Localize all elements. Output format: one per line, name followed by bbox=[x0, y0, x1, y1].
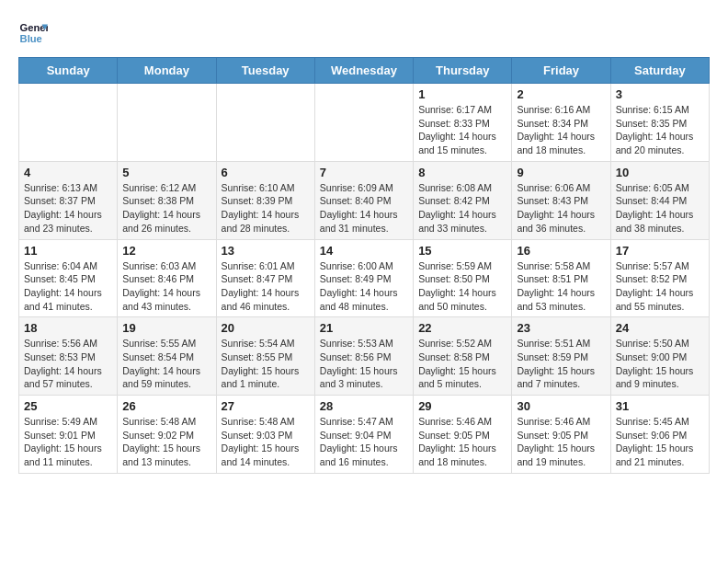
day-info: Sunrise: 6:04 AM Sunset: 8:45 PM Dayligh… bbox=[24, 259, 112, 314]
day-number: 31 bbox=[616, 399, 704, 413]
day-cell: 28Sunrise: 5:47 AM Sunset: 9:04 PM Dayli… bbox=[314, 396, 413, 474]
day-info: Sunrise: 6:00 AM Sunset: 8:49 PM Dayligh… bbox=[320, 259, 408, 314]
day-info: Sunrise: 6:10 AM Sunset: 8:39 PM Dayligh… bbox=[222, 181, 310, 236]
day-cell: 10Sunrise: 6:05 AM Sunset: 8:44 PM Dayli… bbox=[610, 161, 709, 239]
col-thursday: Thursday bbox=[414, 58, 512, 84]
day-cell: 25Sunrise: 5:49 AM Sunset: 9:01 PM Dayli… bbox=[19, 396, 118, 474]
day-info: Sunrise: 5:50 AM Sunset: 9:00 PM Dayligh… bbox=[616, 337, 704, 391]
day-cell: 19Sunrise: 5:55 AM Sunset: 8:54 PM Dayli… bbox=[118, 317, 216, 396]
day-info: Sunrise: 6:09 AM Sunset: 8:40 PM Dayligh… bbox=[320, 181, 408, 236]
day-cell: 8Sunrise: 6:08 AM Sunset: 8:42 PM Daylig… bbox=[414, 161, 512, 239]
day-number: 27 bbox=[222, 399, 310, 413]
day-number: 10 bbox=[616, 166, 704, 179]
day-number: 2 bbox=[517, 87, 605, 101]
day-number: 26 bbox=[122, 399, 210, 413]
day-number: 16 bbox=[517, 244, 605, 258]
day-number: 29 bbox=[418, 399, 506, 413]
calendar-header-row: Sunday Monday Tuesday Wednesday Thursday… bbox=[19, 58, 710, 84]
day-number: 22 bbox=[418, 321, 506, 335]
day-cell: 29Sunrise: 5:46 AM Sunset: 9:05 PM Dayli… bbox=[414, 396, 512, 474]
col-sunday: Sunday bbox=[19, 58, 118, 84]
day-cell: 22Sunrise: 5:52 AM Sunset: 8:58 PM Dayli… bbox=[414, 317, 512, 396]
day-number: 20 bbox=[222, 321, 310, 335]
day-number: 3 bbox=[616, 87, 704, 101]
day-info: Sunrise: 5:45 AM Sunset: 9:06 PM Dayligh… bbox=[616, 415, 704, 469]
day-number: 4 bbox=[24, 166, 112, 179]
day-number: 5 bbox=[122, 166, 210, 179]
day-cell: 21Sunrise: 5:53 AM Sunset: 8:56 PM Dayli… bbox=[314, 317, 413, 396]
day-info: Sunrise: 6:05 AM Sunset: 8:44 PM Dayligh… bbox=[616, 181, 704, 236]
col-tuesday: Tuesday bbox=[216, 58, 314, 84]
day-number: 6 bbox=[222, 166, 310, 179]
week-row-2: 4Sunrise: 6:13 AM Sunset: 8:37 PM Daylig… bbox=[19, 161, 710, 239]
day-cell: 31Sunrise: 5:45 AM Sunset: 9:06 PM Dayli… bbox=[610, 396, 709, 474]
col-wednesday: Wednesday bbox=[314, 58, 413, 84]
day-cell bbox=[216, 84, 314, 162]
day-number: 8 bbox=[418, 166, 506, 179]
day-cell: 27Sunrise: 5:48 AM Sunset: 9:03 PM Dayli… bbox=[216, 396, 314, 474]
day-info: Sunrise: 6:01 AM Sunset: 8:47 PM Dayligh… bbox=[222, 259, 310, 314]
day-info: Sunrise: 5:49 AM Sunset: 9:01 PM Dayligh… bbox=[24, 415, 112, 469]
day-cell: 26Sunrise: 5:48 AM Sunset: 9:02 PM Dayli… bbox=[118, 396, 216, 474]
day-info: Sunrise: 5:57 AM Sunset: 8:52 PM Dayligh… bbox=[616, 259, 704, 314]
logo: General Blue bbox=[18, 18, 48, 48]
day-info: Sunrise: 6:12 AM Sunset: 8:38 PM Dayligh… bbox=[122, 181, 210, 236]
day-info: Sunrise: 5:54 AM Sunset: 8:55 PM Dayligh… bbox=[222, 337, 310, 391]
day-info: Sunrise: 6:03 AM Sunset: 8:46 PM Dayligh… bbox=[122, 259, 210, 314]
day-number: 18 bbox=[24, 321, 112, 335]
day-number: 11 bbox=[24, 244, 112, 258]
day-cell: 13Sunrise: 6:01 AM Sunset: 8:47 PM Dayli… bbox=[216, 239, 314, 317]
day-cell: 18Sunrise: 5:56 AM Sunset: 8:53 PM Dayli… bbox=[19, 317, 118, 396]
svg-text:Blue: Blue bbox=[20, 33, 42, 44]
day-info: Sunrise: 6:16 AM Sunset: 8:34 PM Dayligh… bbox=[517, 103, 605, 157]
day-cell: 1Sunrise: 6:17 AM Sunset: 8:33 PM Daylig… bbox=[414, 84, 512, 162]
day-info: Sunrise: 6:13 AM Sunset: 8:37 PM Dayligh… bbox=[24, 181, 112, 236]
day-cell: 15Sunrise: 5:59 AM Sunset: 8:50 PM Dayli… bbox=[414, 239, 512, 317]
day-cell: 16Sunrise: 5:58 AM Sunset: 8:51 PM Dayli… bbox=[512, 239, 610, 317]
day-number: 24 bbox=[616, 321, 704, 335]
day-info: Sunrise: 5:56 AM Sunset: 8:53 PM Dayligh… bbox=[24, 337, 112, 391]
day-number: 7 bbox=[320, 166, 408, 179]
day-cell: 23Sunrise: 5:51 AM Sunset: 8:59 PM Dayli… bbox=[512, 317, 610, 396]
calendar-table: Sunday Monday Tuesday Wednesday Thursday… bbox=[18, 57, 710, 474]
day-number: 25 bbox=[24, 399, 112, 413]
day-number: 13 bbox=[222, 244, 310, 258]
day-info: Sunrise: 5:53 AM Sunset: 8:56 PM Dayligh… bbox=[320, 337, 408, 391]
col-saturday: Saturday bbox=[610, 58, 709, 84]
day-info: Sunrise: 6:06 AM Sunset: 8:43 PM Dayligh… bbox=[517, 181, 605, 236]
day-cell bbox=[118, 84, 216, 162]
day-cell: 5Sunrise: 6:12 AM Sunset: 8:38 PM Daylig… bbox=[118, 161, 216, 239]
day-number: 15 bbox=[418, 244, 506, 258]
day-number: 28 bbox=[320, 399, 408, 413]
day-info: Sunrise: 6:15 AM Sunset: 8:35 PM Dayligh… bbox=[616, 103, 704, 157]
day-cell: 14Sunrise: 6:00 AM Sunset: 8:49 PM Dayli… bbox=[314, 239, 413, 317]
col-monday: Monday bbox=[118, 58, 216, 84]
day-number: 19 bbox=[122, 321, 210, 335]
day-number: 21 bbox=[320, 321, 408, 335]
svg-text:General: General bbox=[20, 22, 48, 33]
day-cell: 30Sunrise: 5:46 AM Sunset: 9:05 PM Dayli… bbox=[512, 396, 610, 474]
day-cell: 17Sunrise: 5:57 AM Sunset: 8:52 PM Dayli… bbox=[610, 239, 709, 317]
day-info: Sunrise: 5:48 AM Sunset: 9:02 PM Dayligh… bbox=[122, 415, 210, 469]
day-number: 30 bbox=[517, 399, 605, 413]
day-info: Sunrise: 5:47 AM Sunset: 9:04 PM Dayligh… bbox=[320, 415, 408, 469]
day-info: Sunrise: 5:59 AM Sunset: 8:50 PM Dayligh… bbox=[418, 259, 506, 314]
week-row-3: 11Sunrise: 6:04 AM Sunset: 8:45 PM Dayli… bbox=[19, 239, 710, 317]
day-number: 1 bbox=[418, 87, 506, 101]
page-header: General Blue bbox=[18, 18, 710, 48]
day-cell: 7Sunrise: 6:09 AM Sunset: 8:40 PM Daylig… bbox=[314, 161, 413, 239]
day-info: Sunrise: 6:08 AM Sunset: 8:42 PM Dayligh… bbox=[418, 181, 506, 236]
day-info: Sunrise: 5:51 AM Sunset: 8:59 PM Dayligh… bbox=[517, 337, 605, 391]
day-info: Sunrise: 6:17 AM Sunset: 8:33 PM Dayligh… bbox=[418, 103, 506, 157]
day-cell: 12Sunrise: 6:03 AM Sunset: 8:46 PM Dayli… bbox=[118, 239, 216, 317]
day-cell bbox=[19, 84, 118, 162]
day-info: Sunrise: 5:48 AM Sunset: 9:03 PM Dayligh… bbox=[222, 415, 310, 469]
day-number: 9 bbox=[517, 166, 605, 179]
day-number: 14 bbox=[320, 244, 408, 258]
day-cell: 24Sunrise: 5:50 AM Sunset: 9:00 PM Dayli… bbox=[610, 317, 709, 396]
day-number: 17 bbox=[616, 244, 704, 258]
day-cell bbox=[314, 84, 413, 162]
day-cell: 3Sunrise: 6:15 AM Sunset: 8:35 PM Daylig… bbox=[610, 84, 709, 162]
day-info: Sunrise: 5:52 AM Sunset: 8:58 PM Dayligh… bbox=[418, 337, 506, 391]
week-row-4: 18Sunrise: 5:56 AM Sunset: 8:53 PM Dayli… bbox=[19, 317, 710, 396]
